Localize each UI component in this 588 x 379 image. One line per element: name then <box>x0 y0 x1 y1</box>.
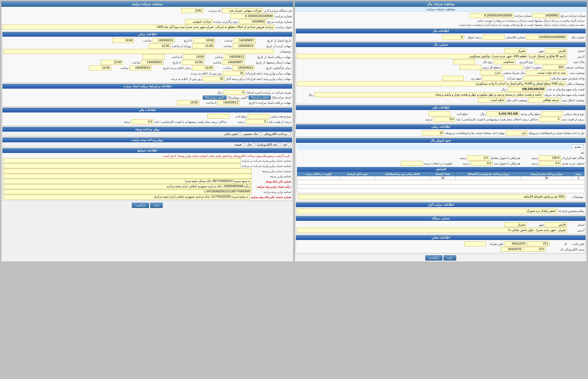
city-val: شیراز <box>505 48 526 53</box>
industrial-label: مال شریک صنعتی <box>503 71 525 75</box>
payment-period-unit: روز پس از اعلام به برنده <box>171 77 202 81</box>
asnad-type-label: اسناد مزایده(1) <box>272 96 291 99</box>
mali-amount-unit: ریال <box>469 112 485 116</box>
th-naqd-aqsat: میزان پرداخت نقدی(درصد) (اقساط) <box>455 172 521 176</box>
r-base-label: درصد از قیمت پایه <box>269 120 291 124</box>
submit-from-date-lbl: تاریخ <box>245 61 262 64</box>
deadline-date-lbl: تا تاریخ <box>241 101 257 105</box>
submit-from-label: مهلت ارسال پیشنهاد از <box>263 61 291 64</box>
section-mozayede-title: اطلاعات مزایده گزار <box>296 202 586 207</box>
left-print-button[interactable]: چاپ <box>444 255 456 261</box>
desc-label: توضیحات مالی <box>567 82 584 86</box>
right-print-button[interactable]: چاپ <box>150 203 163 208</box>
discount-label: تخفیف خرید نقدی <box>562 162 584 165</box>
code-val: 1041 <box>181 8 203 13</box>
acc7-label: شناسه وازیر وجه مزایده <box>253 190 291 193</box>
wajh-electronic-radio[interactable] <box>278 143 281 146</box>
warning-text: بازیر گرامی، درصورتیکه روش پرداخت الکترو… <box>4 154 291 158</box>
pub-to-time-lbl: ساعت <box>135 39 152 42</box>
akoni-label: آکونی روپیایی(1) <box>228 96 248 99</box>
submit-from-time-lbl: ساعت <box>205 61 221 64</box>
wajh-fishe-text: فیشه <box>235 143 241 146</box>
notes-label: توضیحات <box>275 50 291 53</box>
contract-unit: درصد <box>522 156 538 160</box>
price-unit: ریال <box>490 88 507 91</box>
wajh-cash-radio[interactable] <box>287 143 291 146</box>
r-section-payment-wajh: روش پرداخت وجه مزایده نقد نقد (الکترونیک… <box>2 137 292 147</box>
wajh-electronic-label[interactable]: نقد (الکترونیکی) <box>257 143 281 146</box>
mali-diff-label: حداکثر درصد اختلاف مجاز قیمت پیشنهادی با… <box>456 118 538 121</box>
account-req-val: دارد <box>506 131 528 135</box>
pub-to-label: تا تاریخ <box>176 39 192 42</box>
left-back-button[interactable]: بازگشت <box>425 255 443 261</box>
method-check-label[interactable]: چک تضمینی <box>243 132 262 136</box>
fixed-phone-kd-label: کد <box>551 242 567 246</box>
asnad-type-btn[interactable]: اسناد مزایده(1) <box>249 96 271 100</box>
wajh-check-label[interactable]: چک <box>247 143 256 146</box>
right-back-button[interactable]: بازگشت <box>132 203 149 208</box>
r-diff-unit: درصد <box>114 120 130 124</box>
r-section-accounts-title: اطلاعات حسابها <box>2 148 292 153</box>
recv-from-date-lbl: تاریخ <box>247 55 263 59</box>
section-contact: اطلاعات تماس تلفن ثابت کد 071 36411979 ت… <box>296 235 586 253</box>
method-electronic-text: پرداخت الکترونیکی <box>264 132 287 136</box>
method-bank-label[interactable]: فیش بانکی <box>224 132 241 136</box>
cell-priority <box>297 176 340 180</box>
section-mozayede: اطلاعات مزایده گزار مقام تشخیص قرارداد ج… <box>296 202 586 215</box>
pub-from-date-lbl: تاریخ <box>257 39 273 42</box>
plak-label: پلاک ثبتی <box>568 60 584 64</box>
method-electronic-label[interactable]: پرداخت الکترونیکی <box>264 132 291 136</box>
address-label: آدرس <box>568 55 584 58</box>
expiry-label: وضعیت کلی مال <box>507 99 527 102</box>
acc5-label: شماره عابر بانک ودیعه <box>253 180 291 183</box>
wajh-check-radio[interactable] <box>252 143 256 146</box>
cell-naqd-aqsat <box>455 176 521 180</box>
note1: مزایده گران مناسب در مرحله ارسال پیشنهاد… <box>296 19 586 23</box>
acc2-label: شناسه حساب وازیر هزینه شرکت در مزایده <box>242 164 291 167</box>
entry-fee-val: 0 <box>223 90 245 95</box>
r-diff-label: حداکثر درصد مجاز قیمت پیشنهادی با قیمت ک… <box>155 120 227 124</box>
payment-period-label: مهلت زمانی وازیر وجه (عقد قرارداد) برای … <box>226 77 291 81</box>
r-section-asnad-title: اطلاعات و شرایط دریافت اسناد مزایده <box>2 84 292 89</box>
price-base-label: قیمت پایه سهم سازمان به عدد <box>547 88 584 91</box>
r-section-payment-method-title: روش پرداخت ودیعه <box>2 127 292 132</box>
mali-base-label: درصد از قیمت پایه <box>562 118 584 121</box>
wajh-cash-label[interactable]: نقد <box>283 143 291 146</box>
r-fixed-val <box>207 114 229 119</box>
left-breadcrumb[interactable]: مشاهده جزئیات مزایده <box>295 7 587 12</box>
contract-period-label: مهلت زمانی وازیر وجه (عقد قرارداد) <box>246 72 291 75</box>
wajh-fishe-radio[interactable] <box>242 143 245 146</box>
section-zamani: اطلاعات زمانی نیاز به اخذ مفاصا حساب و ا… <box>296 124 586 137</box>
acc1-label: شماره حساب وازیر هزینه شرکت در مزایده <box>242 159 291 162</box>
recv-from-label: مهلت دریافت اسناد از <box>264 55 291 59</box>
visit-to-label: روزانه از ساعت <box>172 44 191 48</box>
tab-naqd[interactable]: نقدی <box>572 144 583 149</box>
th-period: فاصله زمانی بین دو قسط(ماه) <box>374 172 430 176</box>
method-bank-radio[interactable] <box>238 132 241 136</box>
mali-fixed-label: مبلغ ثابت <box>452 112 468 116</box>
visit-from-date: 1403/08/14 <box>233 44 255 48</box>
agent-label: مقام تشخیص قرارداد <box>558 209 584 213</box>
transfer2-unit: درصد <box>453 162 470 165</box>
area-val: 320 <box>543 65 565 70</box>
wajh-check-text: چک <box>247 143 252 146</box>
th-interest: سود بانکی (درصد) <box>340 172 374 176</box>
akoni-btn[interactable]: آکونی روپیایی(1) <box>203 96 226 100</box>
table-row <box>297 180 584 184</box>
agency-label: نام دستگاه مزایده گزار <box>264 9 292 13</box>
submit-to-date: 1403/08/23 <box>141 60 163 65</box>
entry-fee-label: هزینه شرکت در مزایده (خرید اسناد) <box>246 91 291 94</box>
table-row <box>297 184 584 189</box>
method-electronic-radio[interactable] <box>287 132 291 136</box>
mobile-label: تلفن همراه <box>487 242 503 246</box>
wajh-fishe-label[interactable]: فیشه <box>235 143 245 146</box>
r-wadiyeh-label: نوع ودیعه درپایی <box>271 115 291 118</box>
partner-unit: درصد <box>450 156 466 160</box>
payment-method-row: پرداخت الکترونیکی چک تضمینی فیش بانکی <box>2 132 292 136</box>
row-val: 9 <box>442 35 464 40</box>
th-priority: اولویت در انتخاب برنده <box>297 172 340 176</box>
method-check-radio[interactable] <box>258 132 262 136</box>
ownership-label: وضعیت سند <box>568 71 584 75</box>
r-ref-number-val: 14030802 <box>239 19 266 24</box>
section-mali: اطلاعات مالی نوع ودیعه درپایی مبلغ ریالی… <box>296 105 586 123</box>
